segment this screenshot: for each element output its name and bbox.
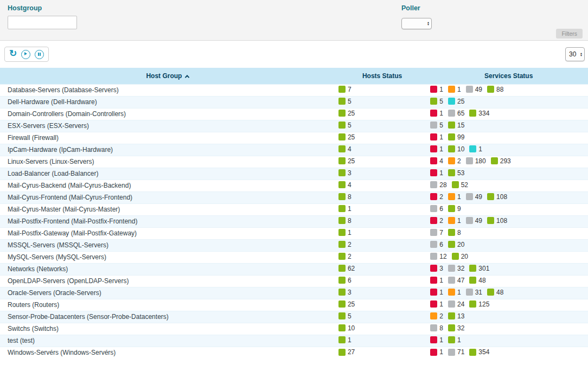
column-header-services-status[interactable]: Services Status (429, 68, 588, 84)
green-status-badge[interactable]: 15 (448, 121, 464, 129)
red-status-badge[interactable]: 1 (430, 277, 443, 284)
green-status-badge[interactable]: 25 (338, 157, 355, 165)
green-status-badge[interactable]: 27 (338, 348, 355, 356)
gray-status-badge[interactable]: 12 (430, 253, 446, 260)
red-status-badge[interactable]: 1 (430, 300, 443, 308)
hostgroup-name[interactable]: Mail-Cyrus-Master (Mail-Cyrus-Master) (8, 206, 120, 213)
green-status-badge[interactable]: 293 (491, 157, 511, 165)
green-status-badge[interactable]: 62 (338, 265, 355, 272)
cyan-status-badge[interactable]: 1 (469, 145, 482, 153)
green-status-badge[interactable]: 8 (448, 229, 461, 236)
hostgroup-name[interactable]: Linux-Servers (Linux-Servers) (8, 158, 94, 165)
column-header-host-group[interactable]: Host Group (0, 68, 335, 84)
gray-status-badge[interactable]: 71 (448, 348, 464, 356)
hostgroup-name[interactable]: Mail-Cyrus-Frontend (Mail-Cyrus-Frontend… (8, 194, 132, 201)
red-status-badge[interactable]: 2 (430, 193, 443, 201)
poller-select[interactable]: ▲▼ (401, 18, 432, 29)
gray-status-badge[interactable]: 32 (448, 265, 464, 272)
green-status-badge[interactable]: 10 (448, 145, 464, 153)
green-status-badge[interactable]: 334 (469, 110, 489, 117)
green-status-badge[interactable]: 25 (338, 133, 355, 141)
gray-status-badge[interactable]: 24 (448, 300, 464, 308)
green-status-badge[interactable]: 3 (338, 289, 351, 296)
hostgroup-name[interactable]: OpenLDAP-Servers (OpenLDAP-Servers) (8, 277, 129, 285)
hostgroup-name[interactable]: Mail-Cyrus-Backend (Mail-Cyrus-Backend) (8, 182, 131, 189)
refresh-icon[interactable]: ↻ (9, 49, 17, 58)
hostgroup-name[interactable]: Domain-Controllers (Domain-Controllers) (8, 110, 126, 118)
gray-status-badge[interactable]: 47 (448, 277, 464, 284)
red-status-badge[interactable]: 4 (430, 157, 443, 165)
hostgroup-name[interactable]: Mail-Postfix-Gateway (Mail-Postfix-Gatew… (8, 229, 137, 237)
green-status-badge[interactable]: 48 (469, 277, 485, 284)
hostgroup-name[interactable]: MySQL-Servers (MySQL-Servers) (8, 253, 106, 261)
hostgroup-name[interactable]: Sensor-Probe-Datacenters (Sensor-Probe-D… (8, 313, 169, 321)
hostgroup-name[interactable]: Oracle-Servers (Oracle-Servers) (8, 289, 101, 297)
cyan-status-badge[interactable]: 25 (448, 98, 464, 105)
green-status-badge[interactable]: 8 (338, 217, 351, 225)
green-status-badge[interactable]: 108 (487, 217, 507, 225)
green-status-badge[interactable]: 1 (338, 229, 351, 236)
hostgroup-name[interactable]: IpCam-Hardware (IpCam-Hardware) (8, 146, 113, 153)
orange-status-badge[interactable]: 1 (448, 86, 461, 93)
red-status-badge[interactable]: 1 (430, 336, 443, 344)
red-status-badge[interactable]: 1 (430, 348, 443, 356)
hostgroup-name[interactable]: Windows-Servérs (Windows-Servérs) (8, 349, 116, 356)
green-status-badge[interactable]: 25 (338, 300, 355, 308)
green-status-badge[interactable]: 88 (487, 86, 503, 93)
hostgroup-name[interactable]: Switchs (Switchs) (8, 325, 59, 332)
filters-tab[interactable]: Filters (556, 29, 583, 39)
green-status-badge[interactable]: 9 (448, 205, 461, 213)
green-status-badge[interactable]: 108 (487, 193, 507, 201)
green-status-badge[interactable]: 5 (338, 312, 351, 320)
green-status-badge[interactable]: 2 (338, 253, 351, 260)
green-status-badge[interactable]: 20 (452, 253, 468, 260)
green-status-badge[interactable]: 5 (338, 98, 351, 105)
green-status-badge[interactable]: 10 (338, 324, 355, 332)
green-status-badge[interactable]: 32 (448, 324, 464, 332)
hostgroup-name[interactable]: MSSQL-Servers (MSSQL-Servers) (8, 241, 108, 249)
green-status-badge[interactable]: 2 (338, 241, 351, 248)
green-status-badge[interactable]: 301 (469, 265, 489, 272)
hostgroup-name[interactable]: ESX-Servers (ESX-Servers) (8, 122, 89, 130)
green-status-badge[interactable]: 6 (338, 277, 351, 284)
gray-status-badge[interactable]: 8 (430, 324, 443, 332)
red-status-badge[interactable]: 2 (430, 217, 443, 225)
red-status-badge[interactable]: 3 (430, 265, 443, 272)
green-status-badge[interactable]: 53 (448, 169, 464, 177)
red-status-badge[interactable]: 1 (430, 289, 443, 296)
hostgroup-name[interactable]: Mail-Postfix-Frontend (Mail-Postfix-Fron… (8, 218, 137, 225)
green-status-badge[interactable]: 13 (448, 312, 464, 320)
gray-status-badge[interactable]: 31 (466, 289, 482, 296)
green-status-badge[interactable]: 4 (338, 145, 351, 153)
green-status-badge[interactable]: 99 (448, 133, 464, 141)
column-header-hosts-status[interactable]: Hosts Status (335, 68, 429, 84)
green-status-badge[interactable]: 48 (487, 289, 503, 296)
green-status-badge[interactable]: 1 (338, 336, 351, 344)
gray-status-badge[interactable]: 65 (448, 110, 464, 117)
green-status-badge[interactable]: 4 (338, 181, 351, 189)
hostgroup-name[interactable]: test (test) (8, 337, 35, 344)
green-status-badge[interactable]: 20 (448, 241, 464, 248)
green-status-badge[interactable]: 3 (338, 169, 351, 177)
gray-status-badge[interactable]: 180 (466, 157, 486, 165)
hostgroup-name[interactable]: Database-Servers (Database-Servers) (8, 86, 119, 94)
red-status-badge[interactable]: 1 (430, 169, 443, 177)
green-status-badge[interactable]: 1 (448, 336, 461, 344)
gray-status-badge[interactable]: 5 (430, 121, 443, 129)
hostgroup-name[interactable]: Load-Balancer (Load-Balancer) (8, 170, 98, 177)
orange-status-badge[interactable]: 1 (448, 193, 461, 201)
red-status-badge[interactable]: 1 (430, 145, 443, 153)
play-icon[interactable] (21, 50, 30, 59)
green-status-badge[interactable]: 52 (452, 181, 468, 189)
orange-status-badge[interactable]: 1 (448, 289, 461, 296)
red-status-badge[interactable]: 1 (430, 133, 443, 141)
gray-status-badge[interactable]: 28 (430, 181, 446, 189)
gray-status-badge[interactable]: 49 (466, 193, 482, 201)
red-status-badge[interactable]: 1 (430, 110, 443, 117)
orange-status-badge[interactable]: 1 (448, 217, 461, 225)
green-status-badge[interactable]: 125 (469, 300, 489, 308)
page-size-select[interactable]: 30 ▲▼ (565, 47, 585, 61)
orange-status-badge[interactable]: 2 (448, 157, 461, 165)
hostgroup-name[interactable]: Firewall (Firewall) (8, 134, 59, 142)
green-status-badge[interactable]: 354 (469, 348, 489, 356)
